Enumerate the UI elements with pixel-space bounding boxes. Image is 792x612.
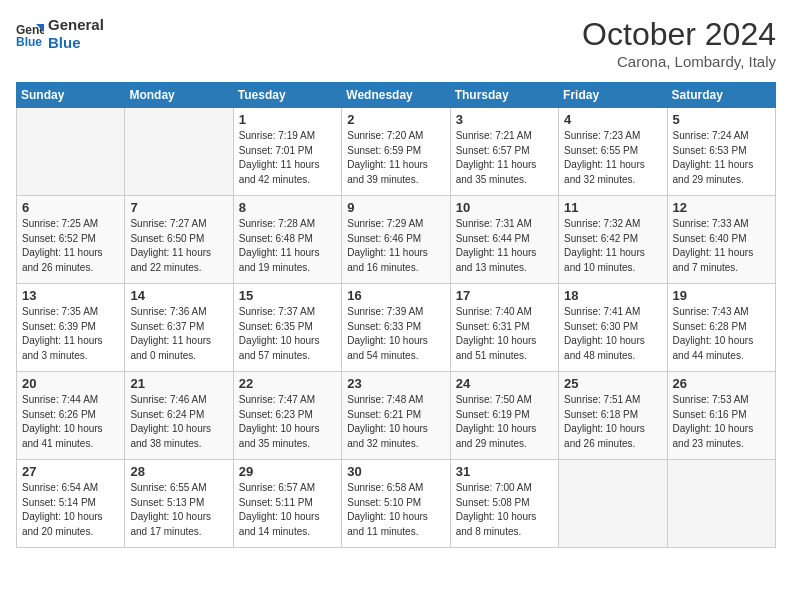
month-title: October 2024 <box>582 16 776 53</box>
day-number: 26 <box>673 376 770 391</box>
day-info: Sunrise: 7:41 AM Sunset: 6:30 PM Dayligh… <box>564 305 661 363</box>
day-info: Sunrise: 7:21 AM Sunset: 6:57 PM Dayligh… <box>456 129 553 187</box>
day-info: Sunrise: 7:33 AM Sunset: 6:40 PM Dayligh… <box>673 217 770 275</box>
day-info: Sunrise: 7:40 AM Sunset: 6:31 PM Dayligh… <box>456 305 553 363</box>
day-header: Thursday <box>450 83 558 108</box>
calendar-day <box>667 460 775 548</box>
day-info: Sunrise: 7:37 AM Sunset: 6:35 PM Dayligh… <box>239 305 336 363</box>
calendar-table: SundayMondayTuesdayWednesdayThursdayFrid… <box>16 82 776 548</box>
calendar-week: 27Sunrise: 6:54 AM Sunset: 5:14 PM Dayli… <box>17 460 776 548</box>
day-info: Sunrise: 7:47 AM Sunset: 6:23 PM Dayligh… <box>239 393 336 451</box>
svg-text:Blue: Blue <box>16 35 42 48</box>
calendar-day: 19Sunrise: 7:43 AM Sunset: 6:28 PM Dayli… <box>667 284 775 372</box>
location-subtitle: Carona, Lombardy, Italy <box>582 53 776 70</box>
day-number: 3 <box>456 112 553 127</box>
day-info: Sunrise: 6:55 AM Sunset: 5:13 PM Dayligh… <box>130 481 227 539</box>
day-header: Tuesday <box>233 83 341 108</box>
calendar-day: 27Sunrise: 6:54 AM Sunset: 5:14 PM Dayli… <box>17 460 125 548</box>
calendar-day: 31Sunrise: 7:00 AM Sunset: 5:08 PM Dayli… <box>450 460 558 548</box>
day-number: 8 <box>239 200 336 215</box>
day-number: 28 <box>130 464 227 479</box>
calendar-day: 29Sunrise: 6:57 AM Sunset: 5:11 PM Dayli… <box>233 460 341 548</box>
day-info: Sunrise: 7:23 AM Sunset: 6:55 PM Dayligh… <box>564 129 661 187</box>
day-number: 6 <box>22 200 119 215</box>
day-number: 27 <box>22 464 119 479</box>
day-info: Sunrise: 7:24 AM Sunset: 6:53 PM Dayligh… <box>673 129 770 187</box>
day-info: Sunrise: 6:54 AM Sunset: 5:14 PM Dayligh… <box>22 481 119 539</box>
day-number: 17 <box>456 288 553 303</box>
day-info: Sunrise: 7:51 AM Sunset: 6:18 PM Dayligh… <box>564 393 661 451</box>
day-number: 1 <box>239 112 336 127</box>
day-number: 16 <box>347 288 444 303</box>
calendar-day: 8Sunrise: 7:28 AM Sunset: 6:48 PM Daylig… <box>233 196 341 284</box>
day-number: 19 <box>673 288 770 303</box>
day-number: 22 <box>239 376 336 391</box>
calendar-day: 14Sunrise: 7:36 AM Sunset: 6:37 PM Dayli… <box>125 284 233 372</box>
calendar-day: 24Sunrise: 7:50 AM Sunset: 6:19 PM Dayli… <box>450 372 558 460</box>
day-info: Sunrise: 7:46 AM Sunset: 6:24 PM Dayligh… <box>130 393 227 451</box>
day-info: Sunrise: 7:27 AM Sunset: 6:50 PM Dayligh… <box>130 217 227 275</box>
day-info: Sunrise: 7:20 AM Sunset: 6:59 PM Dayligh… <box>347 129 444 187</box>
day-number: 4 <box>564 112 661 127</box>
day-number: 23 <box>347 376 444 391</box>
title-block: October 2024 Carona, Lombardy, Italy <box>582 16 776 70</box>
calendar-day: 26Sunrise: 7:53 AM Sunset: 6:16 PM Dayli… <box>667 372 775 460</box>
day-info: Sunrise: 7:25 AM Sunset: 6:52 PM Dayligh… <box>22 217 119 275</box>
page-header: General Blue General Blue October 2024 C… <box>16 16 776 70</box>
calendar-day: 13Sunrise: 7:35 AM Sunset: 6:39 PM Dayli… <box>17 284 125 372</box>
calendar-day: 7Sunrise: 7:27 AM Sunset: 6:50 PM Daylig… <box>125 196 233 284</box>
logo-icon: General Blue <box>16 20 44 48</box>
day-info: Sunrise: 6:57 AM Sunset: 5:11 PM Dayligh… <box>239 481 336 539</box>
day-number: 21 <box>130 376 227 391</box>
calendar-header: SundayMondayTuesdayWednesdayThursdayFrid… <box>17 83 776 108</box>
calendar-day: 9Sunrise: 7:29 AM Sunset: 6:46 PM Daylig… <box>342 196 450 284</box>
calendar-day: 3Sunrise: 7:21 AM Sunset: 6:57 PM Daylig… <box>450 108 558 196</box>
day-number: 24 <box>456 376 553 391</box>
day-header: Saturday <box>667 83 775 108</box>
day-number: 25 <box>564 376 661 391</box>
day-info: Sunrise: 7:29 AM Sunset: 6:46 PM Dayligh… <box>347 217 444 275</box>
day-number: 30 <box>347 464 444 479</box>
calendar-day: 30Sunrise: 6:58 AM Sunset: 5:10 PM Dayli… <box>342 460 450 548</box>
day-info: Sunrise: 7:00 AM Sunset: 5:08 PM Dayligh… <box>456 481 553 539</box>
calendar-day: 5Sunrise: 7:24 AM Sunset: 6:53 PM Daylig… <box>667 108 775 196</box>
day-info: Sunrise: 7:35 AM Sunset: 6:39 PM Dayligh… <box>22 305 119 363</box>
calendar-day: 20Sunrise: 7:44 AM Sunset: 6:26 PM Dayli… <box>17 372 125 460</box>
calendar-day: 2Sunrise: 7:20 AM Sunset: 6:59 PM Daylig… <box>342 108 450 196</box>
day-number: 18 <box>564 288 661 303</box>
day-number: 14 <box>130 288 227 303</box>
calendar-week: 6Sunrise: 7:25 AM Sunset: 6:52 PM Daylig… <box>17 196 776 284</box>
day-number: 5 <box>673 112 770 127</box>
calendar-day: 1Sunrise: 7:19 AM Sunset: 7:01 PM Daylig… <box>233 108 341 196</box>
calendar-week: 1Sunrise: 7:19 AM Sunset: 7:01 PM Daylig… <box>17 108 776 196</box>
day-number: 15 <box>239 288 336 303</box>
calendar-day: 17Sunrise: 7:40 AM Sunset: 6:31 PM Dayli… <box>450 284 558 372</box>
day-number: 13 <box>22 288 119 303</box>
calendar-day: 10Sunrise: 7:31 AM Sunset: 6:44 PM Dayli… <box>450 196 558 284</box>
calendar-week: 13Sunrise: 7:35 AM Sunset: 6:39 PM Dayli… <box>17 284 776 372</box>
calendar-day: 12Sunrise: 7:33 AM Sunset: 6:40 PM Dayli… <box>667 196 775 284</box>
day-number: 12 <box>673 200 770 215</box>
logo-line2: Blue <box>48 34 104 52</box>
day-info: Sunrise: 7:44 AM Sunset: 6:26 PM Dayligh… <box>22 393 119 451</box>
calendar-day: 15Sunrise: 7:37 AM Sunset: 6:35 PM Dayli… <box>233 284 341 372</box>
day-header: Sunday <box>17 83 125 108</box>
day-number: 20 <box>22 376 119 391</box>
day-info: Sunrise: 7:43 AM Sunset: 6:28 PM Dayligh… <box>673 305 770 363</box>
calendar-day: 23Sunrise: 7:48 AM Sunset: 6:21 PM Dayli… <box>342 372 450 460</box>
day-info: Sunrise: 7:39 AM Sunset: 6:33 PM Dayligh… <box>347 305 444 363</box>
day-number: 31 <box>456 464 553 479</box>
day-info: Sunrise: 7:32 AM Sunset: 6:42 PM Dayligh… <box>564 217 661 275</box>
day-number: 29 <box>239 464 336 479</box>
day-info: Sunrise: 7:31 AM Sunset: 6:44 PM Dayligh… <box>456 217 553 275</box>
calendar-body: 1Sunrise: 7:19 AM Sunset: 7:01 PM Daylig… <box>17 108 776 548</box>
day-number: 2 <box>347 112 444 127</box>
day-header: Monday <box>125 83 233 108</box>
day-info: Sunrise: 7:48 AM Sunset: 6:21 PM Dayligh… <box>347 393 444 451</box>
day-info: Sunrise: 6:58 AM Sunset: 5:10 PM Dayligh… <box>347 481 444 539</box>
calendar-day <box>17 108 125 196</box>
calendar-day: 11Sunrise: 7:32 AM Sunset: 6:42 PM Dayli… <box>559 196 667 284</box>
calendar-day: 25Sunrise: 7:51 AM Sunset: 6:18 PM Dayli… <box>559 372 667 460</box>
day-number: 9 <box>347 200 444 215</box>
calendar-day: 28Sunrise: 6:55 AM Sunset: 5:13 PM Dayli… <box>125 460 233 548</box>
